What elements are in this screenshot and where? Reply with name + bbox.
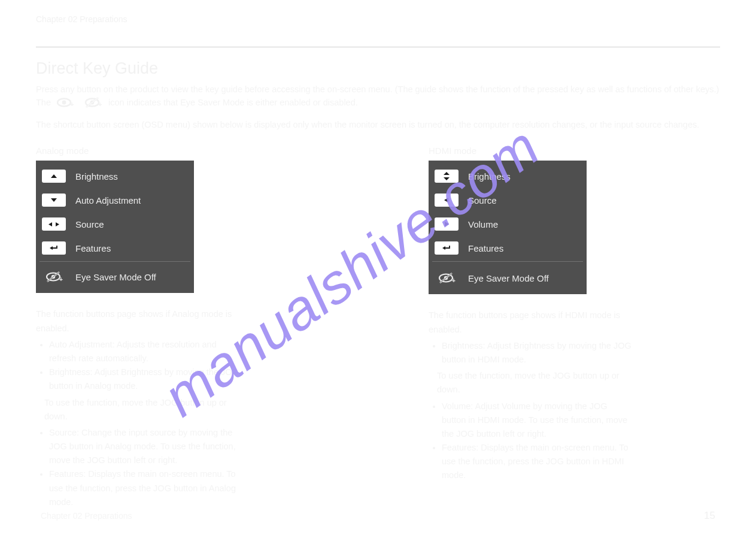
svg-marker-12 <box>50 246 53 250</box>
osd-label: Features <box>75 243 111 253</box>
hdmi-osd-panel: Brightness Source Volume <box>429 161 587 294</box>
note-title: The function buttons page shows if Analo… <box>36 307 239 335</box>
note-sub: To use the function, move the JOG button… <box>36 396 239 424</box>
svg-marker-21 <box>445 222 449 226</box>
eye-saver-off-icon: + <box>42 269 66 285</box>
note-sub: To use the function, move the JOG button… <box>429 369 632 397</box>
note-item: Features: Displays the main on-screen me… <box>442 441 632 483</box>
eye-saver-off-icon: + <box>84 96 102 108</box>
note-item: Brightness: Adjust Brightness by moving … <box>442 339 632 367</box>
svg-text:+: + <box>452 277 456 284</box>
osd-label: Brightness <box>75 171 118 182</box>
footnote: The shortcut button screen (OSD menu) sh… <box>36 118 720 131</box>
osd-row-eye-saver-analog: + Eye Saver Mode Off <box>36 262 194 293</box>
divider <box>36 47 720 47</box>
osd-label: Eye Saver Mode Off <box>468 273 549 283</box>
note-item: Volume: Adjust Volume by moving the JOG … <box>442 400 632 442</box>
svg-text:+: + <box>98 101 102 108</box>
page-number: 15 <box>704 510 715 522</box>
osd-label: Source <box>468 195 497 205</box>
analog-osd-panel: Brightness Auto Adjustment Source <box>36 161 194 293</box>
note-item: Features: Displays the main on-screen me… <box>49 467 239 509</box>
up-key-icon <box>42 170 66 183</box>
enter-key-icon <box>435 241 459 255</box>
eye-saver-off-icon: + <box>435 270 459 286</box>
svg-marker-10 <box>48 222 52 226</box>
section-title: Direct Key Guide <box>36 59 720 78</box>
right-key-icon <box>435 217 459 231</box>
svg-marker-22 <box>442 246 445 250</box>
hdmi-mode-label: HDMI mode <box>429 146 632 156</box>
svg-marker-18 <box>444 172 450 175</box>
svg-marker-11 <box>56 222 59 226</box>
hdmi-notes: The function buttons page shows if HDMI … <box>429 309 632 482</box>
chapter-heading: Chapter 02 Preparations <box>36 14 720 24</box>
analog-column: Analog mode Brightness Auto Adjustment <box>36 140 239 512</box>
osd-row-brightness-hdmi: Brightness <box>429 164 587 188</box>
intro-suffix: icon indicates that Eye Saver Mode is ei… <box>108 98 358 107</box>
osd-label: Features <box>468 243 503 253</box>
footer-chapter: Chapter 02 Preparations <box>41 511 132 521</box>
up-down-key-icon <box>435 170 459 183</box>
intro-paragraph: Press any button on the product to view … <box>36 83 720 110</box>
osd-row-auto-adjust: Auto Adjustment <box>36 188 194 212</box>
osd-row-brightness-analog: Brightness <box>36 164 194 188</box>
hdmi-column: HDMI mode Brightness <box>429 140 632 485</box>
svg-text:+: + <box>59 276 63 283</box>
left-key-icon <box>435 194 459 207</box>
osd-row-features-hdmi: Features <box>429 236 587 260</box>
note-item: Brightness: Adjust Brightness by moving … <box>49 365 239 393</box>
osd-label: Auto Adjustment <box>75 195 141 205</box>
osd-row-source-analog: Source <box>36 212 194 236</box>
osd-label: Volume <box>468 219 498 229</box>
osd-row-eye-saver-hdmi: + Eye Saver Mode Off <box>429 262 587 294</box>
svg-marker-9 <box>51 198 57 202</box>
note-title: The function buttons page shows if HDMI … <box>429 309 632 336</box>
osd-row-source-hdmi: Source <box>429 188 587 212</box>
note-item: Auto Adjustment: Adjusts the resolution … <box>49 338 239 365</box>
eye-saver-on-icon: + <box>57 97 74 108</box>
svg-marker-20 <box>444 198 448 202</box>
analog-mode-label: Analog mode <box>36 146 239 156</box>
osd-label: Source <box>75 219 104 229</box>
osd-row-features-analog: Features <box>36 236 194 260</box>
note-item: Source: Change the input source by movin… <box>49 426 239 468</box>
page: Chapter 02 Preparations Direct Key Guide… <box>0 0 756 535</box>
svg-marker-19 <box>444 177 450 180</box>
left-right-key-icon <box>42 217 66 231</box>
svg-text:+: + <box>70 101 74 108</box>
osd-label: Eye Saver Mode Off <box>75 272 156 282</box>
enter-key-icon <box>42 241 66 255</box>
osd-label: Brightness <box>468 171 511 182</box>
analog-notes: The function buttons page shows if Analo… <box>36 307 239 509</box>
svg-marker-8 <box>51 174 57 178</box>
osd-row-volume-hdmi: Volume <box>429 212 587 236</box>
two-column-layout: Analog mode Brightness Auto Adjustment <box>36 140 720 512</box>
svg-point-1 <box>62 101 66 105</box>
down-key-icon <box>42 194 66 207</box>
